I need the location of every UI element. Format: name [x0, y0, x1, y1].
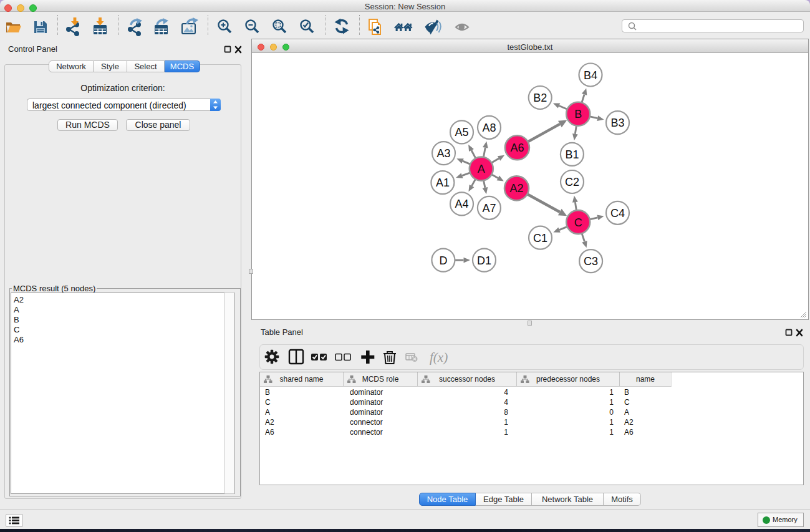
svg-text:B4: B4 — [584, 69, 597, 82]
svg-text:C1: C1 — [533, 232, 547, 244]
svg-text:A2: A2 — [509, 182, 523, 195]
svg-text:A1: A1 — [436, 177, 450, 189]
svg-text:B: B — [574, 108, 582, 120]
svg-text:A4: A4 — [455, 198, 468, 210]
svg-text:A7: A7 — [482, 202, 496, 215]
svg-text:A5: A5 — [455, 126, 468, 138]
svg-text:A: A — [478, 163, 485, 175]
svg-text:f(x): f(x) — [430, 350, 448, 365]
svg-text:B1: B1 — [565, 148, 579, 161]
svg-text:C2: C2 — [565, 176, 579, 188]
svg-text:C3: C3 — [584, 255, 598, 268]
svg-text:A8: A8 — [482, 122, 496, 134]
svg-text:D: D — [439, 254, 447, 267]
svg-text:C: C — [574, 216, 582, 229]
svg-text:D1: D1 — [477, 254, 491, 267]
svg-text:C4: C4 — [610, 207, 625, 220]
svg-text:B3: B3 — [610, 117, 624, 129]
svg-text:A3: A3 — [436, 147, 450, 160]
svg-text:B2: B2 — [533, 92, 547, 104]
svg-text:A6: A6 — [510, 142, 524, 154]
